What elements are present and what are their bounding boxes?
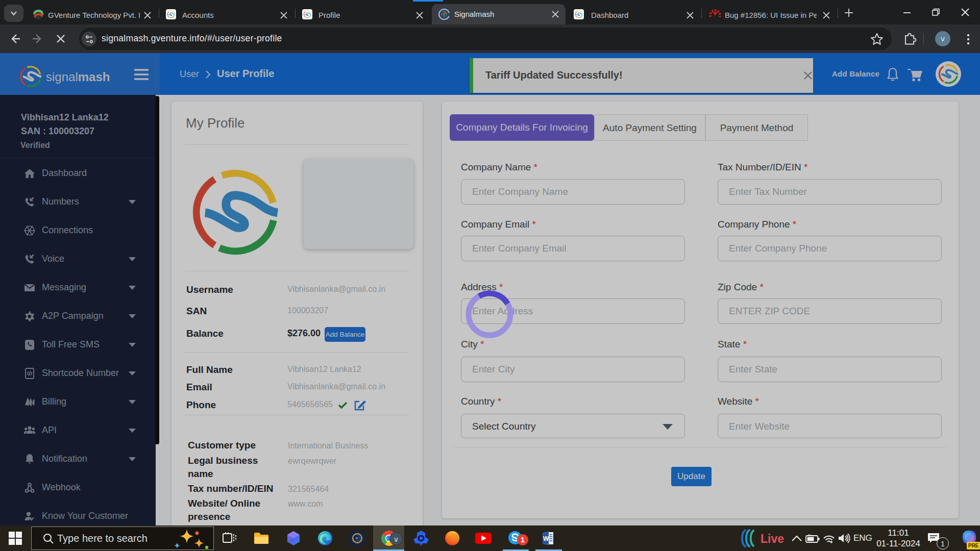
svg-text:W: W [543, 535, 549, 542]
